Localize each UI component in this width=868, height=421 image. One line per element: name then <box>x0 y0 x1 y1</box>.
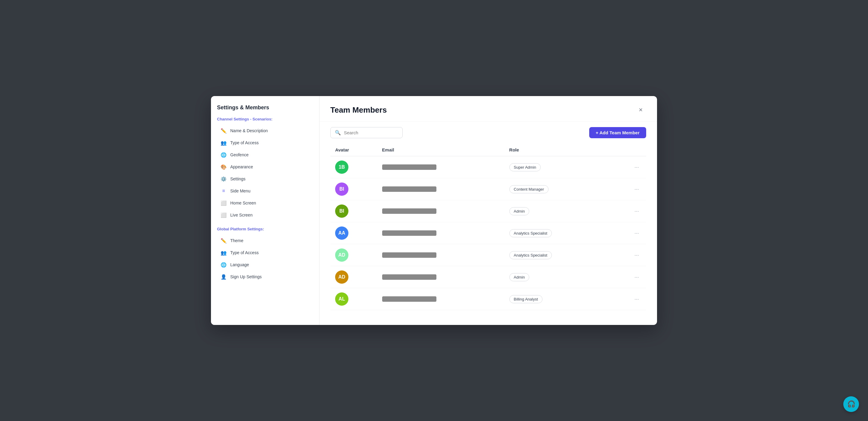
more-options-button[interactable]: ··· <box>632 207 641 216</box>
appearance-icon: 🎨 <box>221 164 227 170</box>
support-button[interactable]: 🎧 <box>843 396 859 412</box>
role-cell: Super Admin <box>504 156 609 178</box>
add-team-member-button[interactable]: + Add Team Member <box>589 127 646 138</box>
search-input[interactable] <box>344 130 398 135</box>
sidebar-item-label: Language <box>230 262 249 267</box>
email-redacted <box>382 252 436 258</box>
type-of-access-global-icon: 👥 <box>221 250 227 256</box>
language-icon: 🌐 <box>221 262 227 268</box>
email-redacted <box>382 230 436 236</box>
sidebar-item-label: Appearance <box>230 164 253 169</box>
close-button[interactable]: × <box>635 104 646 115</box>
sidebar-item-type-of-access[interactable]: 👥 Type of Access <box>217 137 313 149</box>
role-badge: Analytics Specialist <box>509 229 552 237</box>
search-box[interactable]: 🔍 <box>330 127 403 138</box>
live-screen-icon: ⬜ <box>221 212 227 218</box>
avatar: 1B <box>335 161 348 174</box>
modal: Settings & Members Channel Settings - Sc… <box>211 96 657 325</box>
role-cell: Admin <box>504 266 609 288</box>
sidebar-item-theme[interactable]: ✏️ Theme <box>217 235 313 246</box>
role-cell: Billing Analyst <box>504 288 609 310</box>
role-badge: Analytics Specialist <box>509 251 552 259</box>
sidebar-item-label: Type of Access <box>230 250 258 255</box>
col-avatar: Avatar <box>330 144 377 156</box>
sidebar-item-label: Name & Description <box>230 128 268 133</box>
table-header-row: Avatar Email Role <box>330 144 646 156</box>
avatar: AD <box>335 270 348 284</box>
sidebar-item-live-screen[interactable]: ⬜ Live Screen <box>217 209 313 221</box>
home-screen-icon: ⬜ <box>221 200 227 206</box>
role-badge: Billing Analyst <box>509 295 542 303</box>
global-section-label: Global Platform Settings: <box>217 227 313 231</box>
sidebar-item-language[interactable]: 🌐 Language <box>217 259 313 270</box>
col-email: Email <box>377 144 504 156</box>
avatar-cell: 1B <box>330 156 377 178</box>
name-description-icon: ✏️ <box>221 128 227 134</box>
theme-icon: ✏️ <box>221 237 227 244</box>
actions-cell: ··· <box>609 266 646 288</box>
table-row: AD Analytics Specialist ··· <box>330 244 646 266</box>
side-menu-icon: ≡ <box>221 188 227 194</box>
sidebar-item-label: Sign Up Settings <box>230 274 261 279</box>
table-row: AA Analytics Specialist ··· <box>330 222 646 244</box>
type-of-access-icon: 👥 <box>221 140 227 146</box>
members-table: Avatar Email Role 1B Super Admin <box>330 144 646 310</box>
avatar-cell: AL <box>330 288 377 310</box>
sidebar-item-settings[interactable]: ⚙️ Settings <box>217 173 313 185</box>
actions-cell: ··· <box>609 156 646 178</box>
role-badge: Admin <box>509 273 530 281</box>
col-actions <box>609 144 646 156</box>
global-section: Global Platform Settings: ✏️ Theme 👥 Typ… <box>217 227 313 283</box>
table-row: AL Billing Analyst ··· <box>330 288 646 310</box>
actions-cell: ··· <box>609 222 646 244</box>
more-options-button[interactable]: ··· <box>632 185 641 194</box>
email-cell <box>377 266 504 288</box>
more-options-button[interactable]: ··· <box>632 229 641 237</box>
email-redacted <box>382 296 436 302</box>
sidebar-item-sign-up-settings[interactable]: 👤 Sign Up Settings <box>217 271 313 283</box>
more-options-button[interactable]: ··· <box>632 295 641 303</box>
sidebar-item-side-menu[interactable]: ≡ Side Menu <box>217 185 313 197</box>
actions-cell: ··· <box>609 178 646 200</box>
members-tbody: 1B Super Admin ··· BI Content Manager · <box>330 156 646 310</box>
email-cell <box>377 244 504 266</box>
email-redacted <box>382 208 436 214</box>
email-cell <box>377 222 504 244</box>
role-cell: Content Manager <box>504 178 609 200</box>
email-redacted <box>382 186 436 192</box>
sidebar-item-label: Home Screen <box>230 200 256 205</box>
role-badge: Admin <box>509 207 530 215</box>
modal-overlay: Settings & Members Channel Settings - Sc… <box>0 0 868 421</box>
table-row: BI Admin ··· <box>330 200 646 222</box>
avatar-cell: AA <box>330 222 377 244</box>
actions-cell: ··· <box>609 288 646 310</box>
email-cell <box>377 156 504 178</box>
more-options-button[interactable]: ··· <box>632 163 641 172</box>
sidebar-item-label: Settings <box>230 176 246 181</box>
geofence-icon: 🌐 <box>221 152 227 158</box>
more-options-button[interactable]: ··· <box>632 251 641 260</box>
avatar: AA <box>335 226 348 240</box>
role-badge: Super Admin <box>509 163 541 171</box>
sidebar-item-type-of-access-global[interactable]: 👥 Type of Access <box>217 247 313 258</box>
sidebar-title: Settings & Members <box>217 104 313 111</box>
sidebar-item-home-screen[interactable]: ⬜ Home Screen <box>217 197 313 209</box>
modal-title: Team Members <box>330 105 387 115</box>
table-container: Avatar Email Role 1B Super Admin <box>319 144 657 325</box>
sidebar-item-geofence[interactable]: 🌐 Geofence <box>217 149 313 161</box>
email-redacted <box>382 164 436 170</box>
sidebar-item-label: Type of Access <box>230 140 258 145</box>
actions-cell: ··· <box>609 244 646 266</box>
avatar: BI <box>335 204 348 218</box>
sidebar-item-appearance[interactable]: 🎨 Appearance <box>217 161 313 172</box>
sidebar: Settings & Members Channel Settings - Sc… <box>211 96 319 325</box>
channel-items-list: ✏️ Name & Description 👥 Type of Access 🌐… <box>217 125 313 221</box>
table-row: AD Admin ··· <box>330 266 646 288</box>
role-badge: Content Manager <box>509 185 549 193</box>
role-cell: Analytics Specialist <box>504 222 609 244</box>
avatar-cell: AD <box>330 244 377 266</box>
global-items-list: ✏️ Theme 👥 Type of Access 🌐 Language 👤 S… <box>217 235 313 283</box>
sidebar-item-name-description[interactable]: ✏️ Name & Description <box>217 125 313 136</box>
avatar-cell: BI <box>330 178 377 200</box>
more-options-button[interactable]: ··· <box>632 273 641 282</box>
